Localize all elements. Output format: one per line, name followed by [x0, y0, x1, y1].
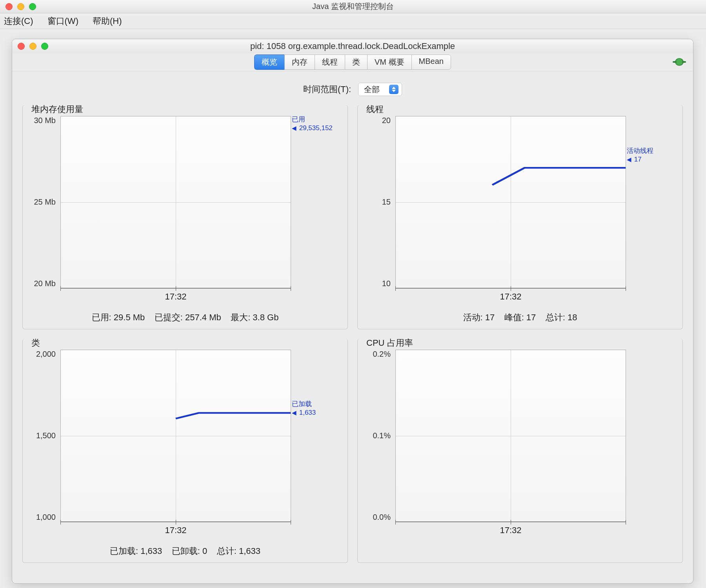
menubar: 连接(C) 窗口(W) 帮助(H)	[0, 13, 706, 29]
chart-classes: 2,000 1,500 1,000 已加载 ◀ 1,633	[28, 350, 342, 539]
heap-xaxis: 17:32	[60, 288, 291, 298]
ytick: 1,500	[36, 431, 56, 440]
chart-cpu: 0.2% 0.1% 0.0% 17:32	[363, 350, 677, 539]
ytick: 10	[382, 279, 391, 288]
heap-plot[interactable]	[60, 116, 291, 288]
ytick: 0.2%	[373, 350, 391, 359]
panel-cpu-title: CPU 占用率	[364, 337, 415, 349]
marker-label: 已用	[292, 116, 305, 123]
cpu-yaxis: 0.2% 0.1% 0.0%	[363, 350, 394, 522]
heap-marker: 已用 ◀ 29,535,152	[292, 115, 340, 132]
panel-heap-title: 堆内存使用量	[29, 103, 86, 115]
connection-status-icon	[673, 57, 686, 67]
ytick: 20 Mb	[34, 279, 56, 288]
chart-heap: 30 Mb 25 Mb 20 Mb 已用 ◀ 29,535,152 1	[28, 116, 342, 305]
classes-marker: 已加载 ◀ 1,633	[292, 400, 340, 417]
ytick: 2,000	[36, 350, 56, 359]
menu-window[interactable]: 窗口(W)	[47, 15, 78, 27]
threads-footer: 活动: 17 峰值: 17 总计: 18	[358, 312, 682, 323]
marker-value: 1,633	[299, 409, 316, 416]
app-title: Java 监视和管理控制台	[0, 1, 706, 12]
ytick: 25 Mb	[34, 198, 56, 207]
threads-marker: 活动线程 ◀ 17	[627, 147, 675, 164]
ytick: 1,000	[36, 513, 56, 522]
charts-grid: 堆内存使用量 30 Mb 25 Mb 20 Mb 已用 ◀ 29,535,152	[12, 100, 693, 571]
ytick: 0.1%	[373, 431, 391, 440]
chevron-updown-icon	[389, 85, 398, 94]
outer-titlebar: Java 监视和管理控制台	[0, 0, 706, 13]
menu-help[interactable]: 帮助(H)	[93, 15, 122, 27]
ytick: 15	[382, 198, 391, 207]
classes-yaxis: 2,000 1,500 1,000	[28, 350, 59, 522]
tab-mbean[interactable]: MBean	[411, 54, 451, 70]
ytick: 0.0%	[373, 513, 391, 522]
xtick: 17:32	[395, 292, 626, 302]
tabbar: 概览 内存 线程 类 VM 概要 MBean	[12, 53, 693, 71]
heap-footer: 已用: 29.5 Mb 已提交: 257.4 Mb 最大: 3.8 Gb	[23, 312, 348, 323]
timerange-select[interactable]: 全部	[358, 83, 402, 96]
ytick: 30 Mb	[34, 116, 56, 125]
marker-label: 活动线程	[627, 147, 653, 154]
panel-classes: 类 2,000 1,500 1,000 已	[22, 339, 348, 563]
cpu-plot[interactable]	[395, 350, 626, 522]
tab-vmsummary[interactable]: VM 概要	[367, 54, 411, 70]
timerange-selected: 全部	[364, 84, 380, 95]
svg-marker-4	[392, 90, 396, 92]
timerange-row: 时间范围(T): 全部	[12, 78, 693, 100]
tab-classes[interactable]: 类	[345, 54, 367, 70]
classes-plot[interactable]	[60, 350, 291, 522]
xtick: 17:32	[60, 292, 291, 302]
connection-window: pid: 1058 org.example.thread.lock.DeadLo…	[12, 39, 693, 584]
heap-yaxis: 30 Mb 25 Mb 20 Mb	[28, 116, 59, 288]
tab-overview[interactable]: 概览	[254, 54, 284, 70]
panel-threads-title: 线程	[364, 103, 386, 115]
connection-title: pid: 1058 org.example.thread.lock.DeadLo…	[12, 41, 693, 51]
marker-value: 29,535,152	[299, 124, 333, 132]
svg-marker-3	[392, 87, 396, 89]
panel-threads: 线程 20 15 10 活动线程	[357, 105, 683, 329]
threads-xaxis: 17:32	[395, 288, 626, 298]
timerange-label: 时间范围(T):	[303, 83, 351, 95]
cpu-xaxis: 17:32	[395, 522, 626, 532]
panel-heap: 堆内存使用量 30 Mb 25 Mb 20 Mb 已用 ◀ 29,535,152	[22, 105, 348, 329]
svg-rect-1	[673, 61, 677, 63]
panel-cpu: CPU 占用率 0.2% 0.1% 0.0% 17:32	[357, 339, 683, 563]
panel-classes-title: 类	[29, 337, 42, 349]
classes-xaxis: 17:32	[60, 522, 291, 532]
ytick: 20	[382, 116, 391, 125]
marker-value: 17	[634, 156, 642, 163]
marker-label: 已加载	[292, 400, 312, 408]
threads-plot[interactable]	[395, 116, 626, 288]
app-window: Java 监视和管理控制台 连接(C) 窗口(W) 帮助(H) pid: 105…	[0, 0, 706, 588]
xtick: 17:32	[395, 525, 626, 535]
classes-footer: 已加载: 1,633 已卸载: 0 总计: 1,633	[23, 545, 348, 557]
chart-threads: 20 15 10 活动线程 ◀ 17	[363, 116, 677, 305]
xtick: 17:32	[60, 525, 291, 535]
tab-memory[interactable]: 内存	[284, 54, 315, 70]
inner-titlebar: pid: 1058 org.example.thread.lock.DeadLo…	[12, 39, 693, 53]
tab-threads[interactable]: 线程	[315, 54, 345, 70]
tabgroup: 概览 内存 线程 类 VM 概要 MBean	[254, 54, 451, 70]
menu-connect[interactable]: 连接(C)	[4, 15, 33, 27]
svg-rect-2	[682, 61, 686, 63]
threads-yaxis: 20 15 10	[363, 116, 394, 288]
